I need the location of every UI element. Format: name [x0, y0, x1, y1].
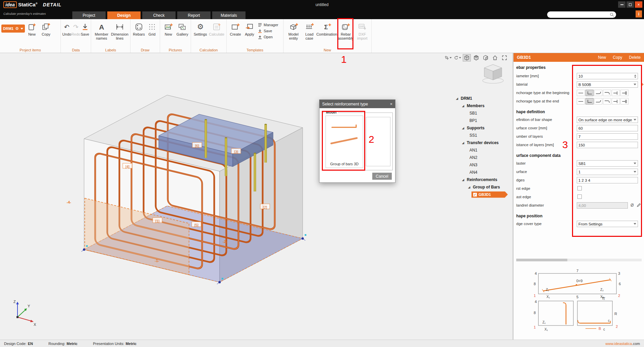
checked-checkbox-icon[interactable]: [473, 193, 477, 197]
tree-item-an2[interactable]: AN2: [453, 154, 513, 161]
master-dropdown[interactable]: SB1: [577, 160, 638, 167]
rebar-assembly-button[interactable]: Rebar assembly: [337, 20, 355, 41]
viewport-3d[interactable]: [6] [3] [4] [1] [5] [2] -4- -1- -2- Z Y: [0, 53, 513, 340]
home-view-button[interactable]: [491, 54, 499, 61]
tree-item-an4[interactable]: AN4: [453, 169, 513, 176]
model-entity-button[interactable]: Model entity: [285, 20, 302, 41]
anchorage-type-hook-down-icon[interactable]: [603, 98, 611, 104]
solid-view-button[interactable]: [472, 54, 480, 61]
template-manager-button[interactable]: Manager: [258, 23, 278, 27]
minimize-button[interactable]: [618, 1, 626, 8]
grid-button[interactable]: Grid: [146, 20, 158, 36]
zoom-fit-button[interactable]: [500, 54, 508, 61]
project-item-selector[interactable]: DRM1 ⚙: [1, 25, 25, 33]
tree-item-supports[interactable]: Supports: [453, 124, 513, 132]
tree-item-sb1[interactable]: SB1: [453, 110, 513, 117]
new-project-item-button[interactable]: New: [25, 20, 39, 36]
copy-project-item-button[interactable]: Copy: [39, 20, 53, 36]
tree-expander-icon[interactable]: [456, 97, 461, 100]
tree-expander-icon[interactable]: [462, 127, 467, 130]
anchorage-type-hook90-icon[interactable]: [585, 98, 594, 104]
anchorage-type-plate-icon[interactable]: [612, 98, 620, 104]
maximize-button[interactable]: [627, 1, 634, 8]
tree-item-bp1[interactable]: BP1: [453, 117, 513, 124]
gb3d1-selected-banner[interactable]: GB3D1: [471, 191, 508, 198]
tree-item-ss1[interactable]: SS1: [453, 132, 513, 139]
cancel-button[interactable]: Cancel: [372, 173, 392, 180]
tree-expander-icon[interactable]: [468, 186, 473, 189]
tab-design[interactable]: Design: [107, 11, 141, 19]
tree-expander-icon[interactable]: [462, 141, 467, 144]
material-dropdown[interactable]: B 500B: [577, 81, 638, 88]
anchorage-type-head-icon[interactable]: [620, 98, 629, 104]
new-picture-button[interactable]: New: [161, 20, 176, 36]
surface-dropdown[interactable]: 1: [577, 169, 638, 175]
first-edge-checkbox[interactable]: [577, 186, 582, 190]
tree-item-drm1[interactable]: DRM1: [453, 95, 513, 102]
save-button[interactable]: Save: [80, 20, 89, 36]
delete-rebar-button[interactable]: Delete: [629, 55, 641, 60]
template-create-button[interactable]: Create: [228, 20, 243, 36]
dialog-close-icon[interactable]: ×: [390, 101, 392, 106]
edit-pencil-icon[interactable]: [637, 203, 641, 207]
tab-check[interactable]: Check: [142, 11, 176, 19]
wireframe-view-button[interactable]: [463, 54, 471, 61]
website-link[interactable]: www.ideastatica.com: [605, 342, 640, 346]
scrollbar-thumb[interactable]: [516, 259, 567, 261]
tree-item-members[interactable]: Members: [453, 102, 513, 110]
anchorage-type-hook-up-icon[interactable]: [594, 90, 602, 96]
tree-item-an1[interactable]: AN1: [453, 146, 513, 154]
tree-expander-icon[interactable]: [462, 104, 467, 107]
tree-expander-icon[interactable]: [462, 178, 467, 181]
account-icon[interactable]: i: [636, 10, 642, 17]
tab-project[interactable]: Project: [72, 11, 106, 19]
new-rebar-button[interactable]: New: [598, 55, 606, 60]
diameter-input[interactable]: 10: [577, 73, 638, 79]
search-input[interactable]: [547, 11, 616, 18]
bar-shape-dropdown[interactable]: On surface edge on more edges: [577, 117, 638, 123]
rebars-button[interactable]: Rebars: [132, 20, 146, 36]
layer-distance-input[interactable]: 150: [577, 142, 638, 148]
layers-input[interactable]: 7: [577, 133, 638, 140]
edge-cover-dropdown[interactable]: From Settings: [577, 221, 638, 227]
horizontal-scrollbar[interactable]: [516, 259, 642, 261]
surface-cover-input[interactable]: 60: [577, 125, 638, 131]
settings-button[interactable]: ⚙ Settings: [192, 20, 209, 36]
tree-item-group-of-bars[interactable]: Group of Bars: [453, 183, 513, 191]
tree-item-gb3d1[interactable]: GB3D1: [453, 191, 513, 198]
member-names-button[interactable]: A Member names: [92, 20, 111, 41]
tree-item-reinforcements[interactable]: Reinforcements: [453, 176, 513, 183]
anchorage-type-hook-up-icon[interactable]: [594, 98, 602, 104]
dimension-lines-button[interactable]: Dimension lines: [111, 20, 129, 41]
tree-item-an3[interactable]: AN3: [453, 161, 513, 169]
anchorage-type-hook90-icon[interactable]: [585, 90, 594, 96]
spinner-icon[interactable]: [634, 75, 636, 78]
anchorage-type-straight-icon[interactable]: [577, 90, 585, 96]
navigation-cube[interactable]: [480, 62, 506, 85]
anchorage-type-head-icon[interactable]: [620, 90, 629, 96]
gallery-button[interactable]: Gallery: [176, 20, 190, 36]
dialog-titlebar[interactable]: Select reinforcement type ×: [319, 100, 395, 108]
anchorage-type-plate-icon[interactable]: [612, 90, 620, 96]
rotate-view-button[interactable]: [453, 54, 461, 61]
viewport-3d-scene[interactable]: [6] [3] [4] [1] [5] [2] -4- -1- -2- Z Y: [0, 53, 513, 340]
last-edge-checkbox[interactable]: [577, 194, 582, 199]
tree-item-transfer-devices[interactable]: Transfer devices: [453, 139, 513, 146]
close-button[interactable]: ×: [635, 1, 642, 8]
add-material-button[interactable]: [640, 82, 644, 87]
load-case-button[interactable]: Load case: [302, 20, 316, 41]
combination-button[interactable]: Σ Combination: [317, 20, 337, 36]
template-apply-button[interactable]: Apply: [243, 20, 256, 36]
edges-input[interactable]: 1 2 3 4: [577, 177, 638, 183]
section-tool-button[interactable]: [444, 54, 452, 61]
group-of-bars-3d-card[interactable]: Group of bars 3D: [326, 116, 363, 168]
copy-rebar-button[interactable]: Copy: [613, 55, 622, 60]
template-open-button[interactable]: Open: [258, 35, 278, 39]
anchorage-type-straight-icon[interactable]: [577, 98, 585, 104]
anchorage-type-hook-down-icon[interactable]: [603, 90, 611, 96]
undo-button[interactable]: ↶ Undo: [62, 20, 71, 36]
tab-materials[interactable]: Materials: [212, 11, 245, 19]
empty-reinforcement-card[interactable]: [366, 117, 390, 166]
transparent-view-button[interactable]: [482, 54, 490, 61]
template-save-button[interactable]: Save: [258, 29, 278, 33]
